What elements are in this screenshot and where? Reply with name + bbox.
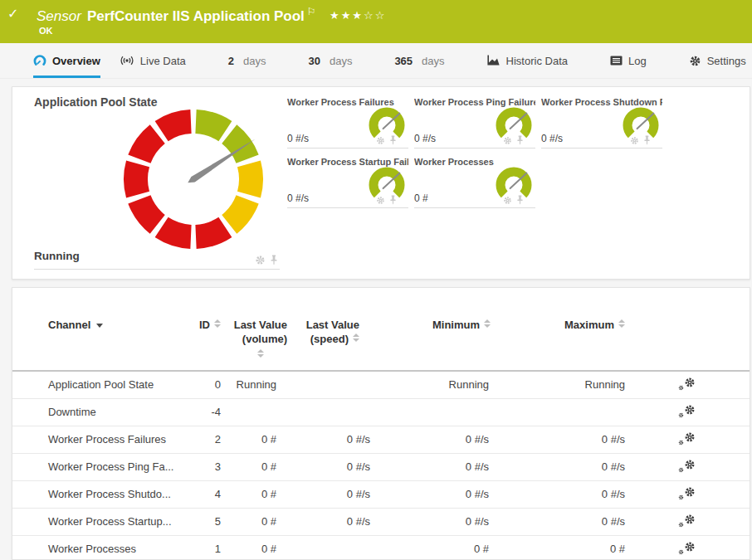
mini-panel-worker-process-startup-failures[interactable]: Worker Process Startup Failu... 0 #/s [287,157,408,208]
channel-settings-gears-icon[interactable] [678,431,696,446]
last-value-speed [287,535,370,560]
status-ok-check-icon: ✓ [7,6,18,22]
minimum-value: 0 #/s [370,426,491,453]
channel-settings-gears-icon[interactable] [678,541,696,555]
channel-gear-icon[interactable] [376,136,385,145]
channel-name[interactable]: Worker Process Shutdo... [12,480,188,508]
table-row: Application Pool State 0 Running Running… [12,371,750,398]
last-value-speed: 0 #/s [287,480,370,508]
channel-pin-icon[interactable] [270,255,278,265]
channel-name[interactable]: Application Pool State [12,371,188,398]
channel-name[interactable]: Worker Processes [12,535,188,560]
sort-icon [353,334,359,342]
mini-value: 0 #/s [541,133,563,144]
col-header-minimum[interactable]: Minimum [370,308,491,371]
maximum-value: 0 #/s [491,453,625,480]
gauge-icon [33,54,46,67]
tab-live-data[interactable]: Live Data [120,43,186,78]
channel-settings-gears-icon[interactable] [678,514,696,528]
channel-id: -4 [188,398,221,426]
mini-value: 0 #/s [414,133,436,144]
col-header-id[interactable]: ID [188,308,221,371]
minimum-value [370,398,491,426]
application-pool-state-gauge[interactable] [119,105,268,254]
tab-365-days[interactable]: 365days [394,43,444,78]
col-header-maximum[interactable]: Maximum [491,308,625,371]
channel-settings-gears-icon[interactable] [678,459,696,473]
log-list-icon [610,56,623,66]
stars-empty[interactable]: ☆☆ [364,9,386,22]
channel-gear-icon[interactable] [503,136,512,145]
channel-pin-icon[interactable] [389,135,397,145]
flag-icon[interactable]: ⚐ [307,6,316,17]
col-header-last-value-volume[interactable]: Last Value (volume) [221,308,287,371]
channel-gear-icon[interactable] [255,255,266,265]
channel-gear-icon[interactable] [503,196,512,205]
last-value-speed: 0 #/s [287,453,370,480]
mini-value: 0 #/s [287,192,309,204]
last-value-volume: 0 # [221,508,287,535]
tab-log[interactable]: Log [610,43,647,78]
status-badge: OK [39,26,53,36]
minimum-value: Running [370,371,491,398]
tab-historic-data[interactable]: Historic Data [487,43,568,78]
minimum-value: 0 # [370,535,491,560]
maximum-value [491,398,625,426]
last-value-speed [287,371,370,398]
mini-panel-worker-processes[interactable]: Worker Processes 0 # [414,157,535,208]
last-value-speed: 0 #/s [287,508,370,535]
channel-name[interactable]: Worker Process Startup... [12,508,188,535]
maximum-value: 0 #/s [491,426,625,453]
channel-pin-icon[interactable] [516,135,524,145]
channel-settings-gears-icon[interactable] [678,377,696,391]
channel-pin-icon[interactable] [643,135,651,145]
maximum-value: Running [491,371,625,398]
channel-id: 5 [188,508,221,535]
channel-id: 3 [188,453,221,480]
mini-value: 0 # [414,192,428,204]
sort-icon [257,349,264,358]
table-row: Downtime -4 [12,398,750,426]
col-header-channel[interactable]: Channel [12,308,188,371]
tab-30-days[interactable]: 30days [308,43,352,78]
mini-panel-worker-process-ping-failures[interactable]: Worker Process Ping Failures 0 #/s [414,97,535,149]
last-value-volume: Running [221,371,287,398]
channel-settings-gears-icon[interactable] [678,404,696,418]
table-row: Worker Process Startup... 5 0 # 0 #/s 0 … [12,508,750,535]
primary-channel-value: Running [34,250,80,262]
mini-panel-worker-process-failures[interactable]: Worker Process Failures 0 #/s [287,97,408,149]
maximum-value: 0 #/s [491,508,625,535]
tab-2-days[interactable]: 2days [228,43,266,78]
channel-name[interactable]: Worker Process Failures [12,426,188,453]
mini-value: 0 #/s [287,133,309,144]
tab-overview[interactable]: Overview [33,43,100,78]
table-row: Worker Process Failures 2 0 # 0 #/s 0 #/… [12,426,750,453]
channel-pin-icon[interactable] [389,195,397,205]
channels-table-panel: Channel ID Last Value (volume) Last Valu… [12,287,750,560]
live-broadcast-icon [120,55,134,66]
last-value-volume: 0 # [221,480,287,508]
channel-pin-icon[interactable] [516,195,524,205]
stars-filled[interactable]: ★★★ [330,9,364,22]
channel-id: 1 [188,535,221,560]
channels-table: Channel ID Last Value (volume) Last Valu… [12,308,750,560]
col-header-last-value-speed[interactable]: Last Value (speed) [287,308,370,371]
tab-settings[interactable]: Settings [689,43,746,78]
sort-icon [214,319,221,328]
priority-stars[interactable]: ★★★☆☆ [330,9,386,22]
area-chart-icon [487,55,501,66]
channel-id: 4 [188,480,221,508]
minimum-value: 0 #/s [370,508,491,535]
channel-gear-icon[interactable] [630,136,639,145]
channel-settings-gears-icon[interactable] [678,486,696,500]
channel-name[interactable]: Downtime [12,398,188,426]
channel-id: 0 [188,371,221,398]
last-value-volume: 0 # [221,453,287,480]
maximum-value: 0 #/s [491,480,625,508]
channel-gear-icon[interactable] [376,196,385,205]
channel-name[interactable]: Worker Process Ping Fa... [12,453,188,480]
mini-panel-worker-process-shutdown-failures[interactable]: Worker Process Shutdown Fa... 0 #/s [541,97,662,149]
minimum-value: 0 #/s [370,480,491,508]
channel-id: 2 [188,426,221,453]
primary-channel-footer: Running [34,248,280,270]
